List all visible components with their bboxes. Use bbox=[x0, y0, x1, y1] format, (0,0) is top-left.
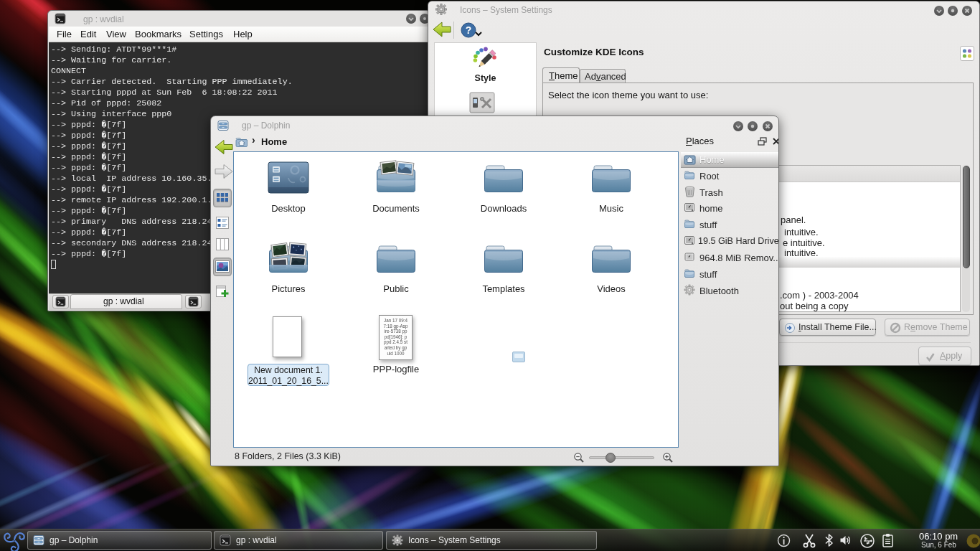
svg-text:?: ? bbox=[466, 24, 472, 36]
